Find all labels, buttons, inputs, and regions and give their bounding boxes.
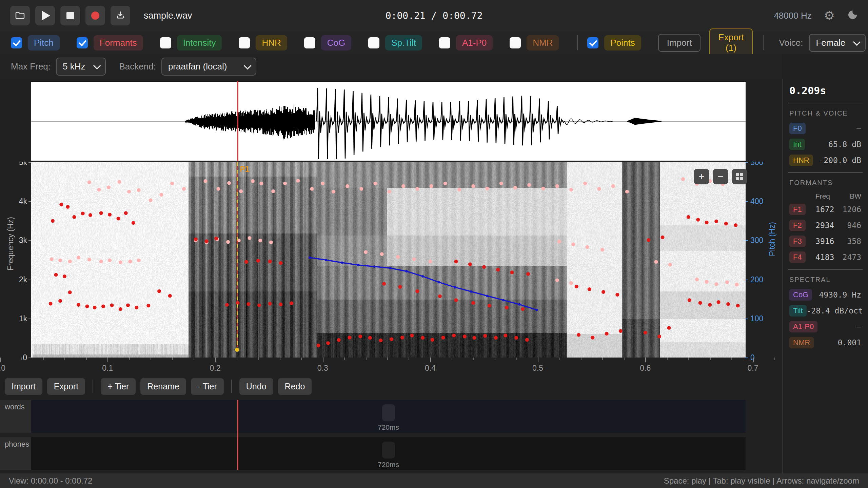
tier-boundary-handle[interactable] [382,404,395,421]
speech-analysis-app: sample.wav 0:00.21 / 0:00.72 48000 Hz ⚙ … [0,0,868,488]
freq-tick-label: 1k [19,314,27,323]
toggle-intensity: Intensity [160,35,222,50]
intensity-chip-label: Intensity [177,35,222,50]
time-tick-minor [237,358,237,360]
playhead-line[interactable] [237,81,238,161]
tier-button-import[interactable]: Import [5,378,42,395]
sample-rate-label: 48000 Hz [774,11,811,21]
play-button[interactable] [35,6,55,25]
gear-icon[interactable]: ⚙ [824,9,835,22]
freq-tick [28,319,31,319]
spectrogram-canvas[interactable] [31,162,746,358]
zoom-fit-button[interactable] [732,169,747,184]
measurement-row-a1-p0: A1-P0— [789,321,861,332]
tier-row-words: words 720ms [0,400,782,433]
waveform-panel[interactable] [31,81,746,161]
toggle-sptilt: Sp.Tilt [368,35,422,50]
pitch-tick-label: 500 [750,162,763,167]
measurement-row-f3: F33916358 [789,236,861,247]
sidebar-section-title: SPECTRAL [789,276,861,284]
import-points-button[interactable]: Import [658,34,701,52]
play-icon [42,11,50,20]
time-tick-minor [43,358,44,360]
measurement-row-f1: F116721206 [789,204,861,215]
tier-button-tier[interactable]: - Tier [191,378,224,395]
time-tick-label: 0.0 [0,364,5,373]
pitch-tick [746,240,748,241]
stop-button[interactable] [60,6,80,25]
measurement-value: -28.4 dB/oct [807,306,863,315]
open-file-button[interactable] [10,6,30,25]
measurement-value: 3916 [806,237,834,246]
tier-name-phones[interactable]: phones [0,437,31,470]
measurement-value: — [856,124,861,133]
measurement-value: 4930.9 Hz [819,290,861,299]
tier-content-phones[interactable]: 720ms [31,437,746,470]
file-title: sample.wav [144,11,192,21]
time-tick-minor [774,358,775,360]
points-checkbox[interactable] [587,37,598,48]
pitch-tick [746,319,748,319]
moon-icon[interactable] [847,9,858,22]
tier-boundary-handle[interactable] [382,442,395,459]
pitch-tick-label: 300 [750,236,763,245]
record-button[interactable] [85,6,105,25]
time-tick-minor [129,358,130,360]
sptilt-chip-label: Sp.Tilt [385,35,422,50]
time-tick-minor [516,358,517,360]
column-header-freq: Freq [797,192,830,200]
tier-button-rename[interactable]: Rename [140,378,186,395]
freq-tick [28,280,31,280]
measurement-value: 2934 [806,221,834,230]
nmr-checkbox[interactable] [510,37,521,48]
sptilt-checkbox[interactable] [368,37,379,48]
cog-checkbox[interactable] [304,37,315,48]
playhead-line-tiers[interactable] [237,400,238,470]
a1p0-chip-label: A1-P0 [456,35,493,50]
intensity-checkbox[interactable] [160,37,171,48]
pitch-tick [746,162,748,163]
download-button[interactable] [111,6,130,25]
pitch-checkbox[interactable] [11,37,22,48]
spectrogram-panel[interactable] [31,162,746,358]
backend-select[interactable]: praatfan (local) [161,58,256,76]
tier-button-export[interactable]: Export [47,378,85,395]
frequency-axis: 01k2k3k4k5k [0,162,31,361]
tier-content-words[interactable]: 720ms [31,400,746,433]
time-tick-label: 0.2 [210,364,220,373]
freq-tick [28,240,31,241]
hnr-checkbox[interactable] [239,37,250,48]
point-marker-line[interactable] [237,162,238,350]
max-freq-select[interactable]: 5 kHz [56,58,105,76]
time-tick-minor [86,358,87,360]
divider [577,35,578,50]
cursor-time: 0.209s [789,85,861,97]
measurement-badge: CoG [789,289,812,301]
formants-checkbox[interactable] [77,37,88,48]
time-tick-minor [194,358,194,360]
tier-name-words[interactable]: words [0,400,31,433]
measurement-badge: Tilt [789,305,807,317]
measurement-row-tilt: Tilt-28.4 dB/oct [789,305,861,317]
tier-button-tier[interactable]: + Tier [101,378,136,395]
toolbar: sample.wav 0:00.21 / 0:00.72 48000 Hz ⚙ [0,0,868,31]
tier-button-undo[interactable]: Undo [239,378,273,395]
zoom-out-button[interactable]: − [713,169,728,184]
voice-select[interactable]: Female [809,34,866,52]
measurement-value: — [856,322,861,331]
pitch-tick [746,201,748,202]
export-points-button[interactable]: Export (1) [709,28,752,57]
freq-tick-label: 3k [19,236,27,245]
time-tick-minor [667,358,668,360]
measurement-bandwidth: 2473 [834,253,861,262]
zoom-in-button[interactable]: + [694,169,709,184]
backend-value: praatfan (local) [168,61,227,72]
tier-button-redo[interactable]: Redo [278,378,312,395]
measurement-badge: F0 [789,123,806,134]
a1p0-checkbox[interactable] [439,37,450,48]
time-tick-minor [581,358,581,360]
measurement-badge: Int [789,139,805,150]
measurement-value: 0.001 [838,338,861,347]
waveform-canvas[interactable] [31,82,746,161]
freq-tick-label: 2k [19,275,27,284]
